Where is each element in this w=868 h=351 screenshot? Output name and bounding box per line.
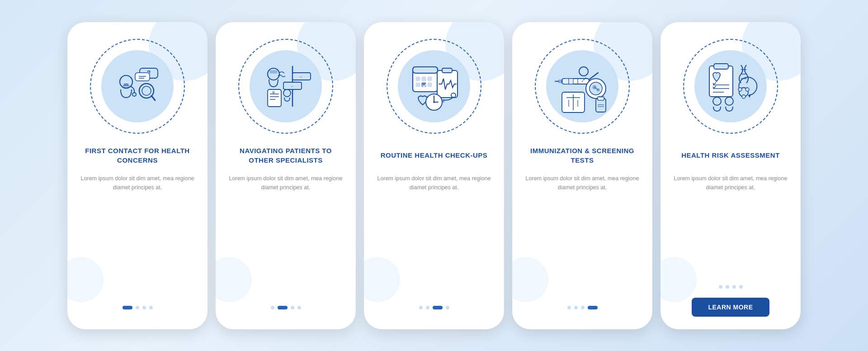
phone-card-5: HEALTH RISK ASSESSMENT Lorem ipsum dolor…	[660, 22, 801, 329]
phone-card-4: IMMUNIZATION & SCREENING TESTS Lorem ips…	[512, 22, 652, 329]
icon-health-contact: ?	[108, 57, 167, 116]
card-title-3: ROUTINE HEALTH CHECK-UPS	[381, 144, 488, 168]
illustration-4	[533, 37, 632, 136]
svg-point-13	[268, 68, 279, 80]
phone-card-1: ? FIRST CONTACT FOR HEALTH CONCERNS Lore…	[67, 22, 208, 329]
illustration-3	[384, 37, 484, 136]
svg-rect-35	[442, 68, 452, 73]
dot-3-2[interactable]	[433, 306, 443, 309]
dot-2-3[interactable]	[297, 306, 301, 309]
phone-card-3: ROUTINE HEALTH CHECK-UPS Lorem ipsum dol…	[364, 22, 504, 329]
svg-point-25	[283, 89, 291, 97]
svg-rect-31	[416, 83, 420, 87]
svg-rect-45	[558, 80, 563, 83]
svg-line-7	[151, 96, 155, 100]
dot-1-0[interactable]	[123, 306, 132, 309]
dot-5-3[interactable]	[739, 285, 743, 289]
dot-1-3[interactable]	[149, 306, 153, 309]
icon-health-risk	[701, 57, 760, 116]
svg-point-6	[142, 86, 151, 95]
dots-3	[419, 306, 449, 309]
dot-3-1[interactable]	[426, 306, 429, 309]
card-title-1: FIRST CONTACT FOR HEALTH CONCERNS	[78, 144, 197, 168]
learn-more-button[interactable]: LEARN MORE	[692, 298, 769, 317]
svg-text:→: →	[299, 75, 303, 79]
dot-4-0[interactable]	[567, 306, 571, 309]
card-desc-5: Lorem ipsum dolor sit dim amet, mea regi…	[671, 174, 790, 277]
dot-5-1[interactable]	[726, 285, 729, 289]
svg-point-78	[745, 88, 749, 91]
dot-2-0[interactable]	[271, 306, 274, 309]
svg-rect-10	[135, 73, 150, 81]
illustration-5	[681, 37, 780, 136]
dots-5	[719, 285, 743, 289]
svg-rect-68	[714, 64, 728, 69]
svg-point-81	[725, 97, 733, 105]
card-title-2: NAVIGATING PATIENTS TO OTHER SPECIALISTS	[226, 144, 345, 168]
dot-3-3[interactable]	[446, 306, 449, 309]
svg-point-41	[433, 101, 435, 103]
illustration-1: ?	[88, 37, 187, 136]
illustration-2: → ←	[236, 37, 335, 136]
svg-point-50	[579, 67, 588, 76]
dot-3-0[interactable]	[419, 306, 423, 309]
dots-2	[271, 306, 301, 309]
svg-rect-64	[599, 96, 603, 98]
dot-2-1[interactable]	[278, 306, 288, 309]
dots-1	[123, 306, 153, 309]
icon-immunization	[553, 57, 612, 116]
svg-point-77	[738, 88, 742, 91]
icon-navigate-patients: → ←	[256, 57, 315, 116]
dot-4-1[interactable]	[574, 306, 578, 309]
card-title-4: IMMUNIZATION & SCREENING TESTS	[523, 144, 642, 168]
dot-1-2[interactable]	[142, 306, 146, 309]
card-desc-2: Lorem ipsum dolor sit dim amet, mea regi…	[226, 174, 345, 298]
dot-1-1[interactable]	[136, 306, 139, 309]
svg-rect-30	[428, 77, 432, 81]
svg-point-80	[713, 97, 721, 105]
icon-health-checkup	[405, 57, 463, 116]
dot-2-2[interactable]	[291, 306, 294, 309]
svg-text:←: ←	[291, 84, 295, 89]
dot-4-2[interactable]	[581, 306, 585, 309]
card-desc-3: Lorem ipsum dolor sit dim amet, mea regi…	[375, 174, 493, 298]
svg-rect-29	[422, 77, 426, 81]
card-desc-4: Lorem ipsum dolor sit dim amet, mea regi…	[523, 174, 642, 298]
svg-marker-75	[748, 94, 751, 98]
svg-point-4	[132, 93, 136, 96]
phone-card-2: → ← NAVIGATING PATIENTS TO OTHER SPECIAL…	[216, 22, 356, 329]
card-title-5: HEALTH RISK ASSESSMENT	[681, 144, 780, 168]
svg-rect-14	[270, 70, 277, 73]
svg-rect-28	[416, 77, 420, 81]
dots-4	[567, 306, 598, 309]
svg-rect-33	[428, 83, 432, 87]
svg-point-79	[742, 95, 745, 98]
svg-rect-27	[413, 67, 438, 73]
dot-5-2[interactable]	[732, 285, 736, 289]
card-desc-1: Lorem ipsum dolor sit dim amet, mea regi…	[78, 174, 197, 298]
dot-4-3[interactable]	[588, 306, 598, 309]
dot-5-0[interactable]	[719, 285, 722, 289]
phones-container: ? FIRST CONTACT FOR HEALTH CONCERNS Lore…	[58, 13, 810, 338]
